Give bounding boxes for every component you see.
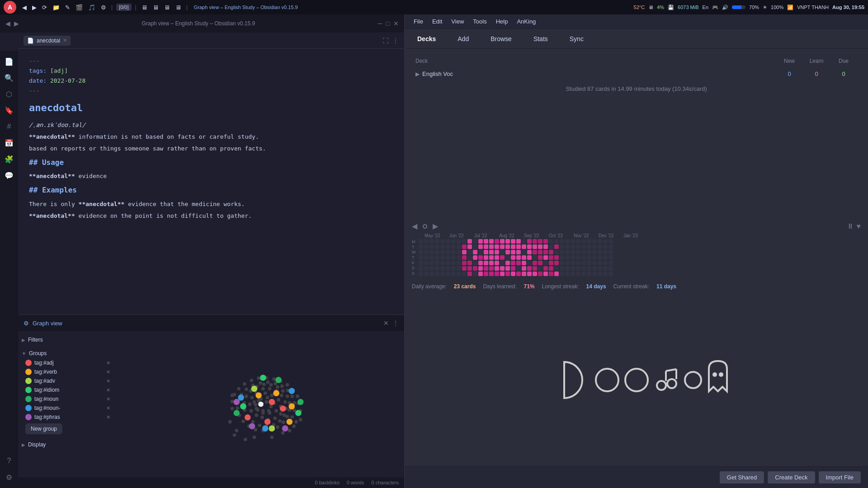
svg-point-84	[244, 438, 247, 441]
nav-back-icon[interactable]: ◀	[21, 4, 28, 11]
obs-chat-icon[interactable]: 💬	[2, 168, 16, 183]
graph-sidebar: ▶ Filters ▼ Groups	[18, 331, 118, 477]
obs-close-btn[interactable]: ✕	[393, 20, 399, 27]
import-file-button[interactable]: Import File	[819, 471, 861, 483]
heatmap-next-btn[interactable]: ▶	[433, 222, 438, 230]
group-remove-noun[interactable]: ✕	[106, 396, 110, 402]
frontmatter-open: ---	[29, 56, 393, 66]
anki-decks-btn[interactable]: Decks	[412, 33, 441, 45]
heatmap-heart-icon[interactable]: ♥	[857, 222, 861, 230]
svg-point-94	[286, 383, 289, 387]
graph-canvas[interactable]	[118, 331, 404, 477]
graph-group-adv: tag:#adv ✕	[22, 376, 114, 385]
graph-display-header[interactable]: ▶ Display	[22, 440, 114, 450]
obs-titlebar: ◀ ▶ Graph view – English Study – Obsidia…	[0, 14, 404, 33]
obs-calendar-icon[interactable]: 📅	[2, 136, 16, 150]
graph-filters-section: ▶ Filters	[22, 335, 114, 345]
svg-point-14	[273, 417, 277, 420]
group-color-adv	[25, 378, 32, 384]
obs-forward-btn[interactable]: ▶	[14, 20, 19, 27]
daily-avg-label: Daily average:	[412, 283, 447, 290]
create-deck-button[interactable]: Create Deck	[768, 471, 815, 483]
mem-label: 💾	[668, 5, 674, 10]
monitor4-icon: 🖥	[174, 4, 183, 11]
refresh-icon[interactable]: ⟳	[41, 4, 48, 11]
graph-more-btn[interactable]: ⋮	[392, 319, 399, 327]
deck-name-english-voc: ▶ English Voc	[415, 70, 776, 77]
monitor-icon: 🖥	[140, 4, 149, 11]
group-remove-phras[interactable]: ✕	[106, 414, 110, 420]
video-icon[interactable]: 🎬	[74, 4, 84, 11]
app-logo[interactable]: A	[4, 1, 16, 14]
edit-icon[interactable]: ✎	[64, 4, 71, 11]
anki-add-btn[interactable]: Add	[452, 33, 474, 45]
anki-browse-btn[interactable]: Browse	[485, 33, 517, 45]
get-shared-button[interactable]: Get Shared	[720, 471, 764, 483]
anki-menu-view[interactable]: View	[448, 16, 467, 27]
anki-menu-anking[interactable]: AnKing	[513, 16, 539, 27]
obs-graph-icon[interactable]: ⬡	[2, 87, 16, 101]
group-remove-verb[interactable]: ✕	[106, 369, 110, 375]
new-group-button[interactable]: New group	[25, 423, 62, 434]
svg-point-118	[275, 377, 282, 383]
anki-menu-file[interactable]: File	[410, 16, 427, 27]
svg-point-66	[290, 394, 294, 398]
obs-files-icon[interactable]: 📄	[2, 54, 16, 69]
heatmap-pause-icon[interactable]: ⏸	[847, 222, 854, 230]
graph-settings-icon[interactable]: ⚙	[24, 320, 29, 327]
svg-point-92	[296, 394, 299, 398]
obs-bookmark-icon[interactable]: 🔖	[2, 103, 16, 117]
anki-menu-tools[interactable]: Tools	[469, 16, 490, 27]
graph-view-title-area: ⚙ Graph view	[24, 320, 62, 327]
svg-point-99	[250, 379, 254, 382]
group-remove-noun2[interactable]: ✕	[106, 405, 110, 411]
obs-tag-icon[interactable]: #	[2, 119, 16, 134]
phonetic-text: /ˌæn.ɪkˈdoʊ.təl/	[29, 120, 393, 130]
obs-expand-icon[interactable]: ⛶	[382, 37, 389, 44]
deck-expand-icon: ▶	[415, 71, 420, 77]
anki-stats-row: Daily average: 23 cards Days learned: 71…	[405, 280, 868, 293]
obsidian-panel: ◀ ▶ Graph view – English Study – Obsidia…	[0, 14, 405, 488]
anki-menu-help[interactable]: Help	[492, 16, 512, 27]
svg-point-76	[254, 403, 257, 407]
obs-maximize-btn[interactable]: □	[386, 20, 390, 27]
graph-close-btn[interactable]: ✕	[383, 319, 389, 327]
settings-icon[interactable]: ⚙	[99, 4, 108, 11]
obs-more-icon[interactable]: ⋮	[392, 37, 399, 44]
anki-stats-btn[interactable]: Stats	[528, 33, 553, 45]
obs-editor-content[interactable]: --- tags: [adj] date: 2022-07-28 --- ane…	[18, 49, 404, 314]
obs-tab-close-btn[interactable]: ✕	[63, 38, 67, 43]
svg-point-26	[283, 400, 287, 404]
vol-pct: 70%	[749, 5, 759, 10]
obs-settings-bottom-icon[interactable]: ⚙	[2, 470, 16, 484]
obs-puzzle-icon[interactable]: 🧩	[2, 152, 16, 166]
anki-sync-btn[interactable]: Sync	[564, 33, 589, 45]
music-icon[interactable]: 🎵	[87, 4, 97, 11]
heatmap-prev-btn[interactable]: ◀	[412, 222, 417, 230]
obs-minimize-btn[interactable]: ─	[378, 20, 382, 27]
obs-help-icon[interactable]: ?	[2, 454, 16, 468]
svg-point-42	[276, 385, 279, 389]
discord-icon: 🎮	[712, 5, 718, 10]
graph-filters-header[interactable]: ▶ Filters	[22, 335, 114, 345]
svg-point-113	[251, 386, 258, 392]
volume-slider[interactable]	[732, 5, 745, 9]
folder-icon[interactable]: 📁	[51, 4, 61, 11]
group-remove-idiom[interactable]: ✕	[106, 387, 110, 393]
graph-display-section: ▶ Display	[22, 440, 114, 450]
vol-icon: 🔊	[722, 5, 728, 10]
group-remove-adv[interactable]: ✕	[106, 378, 110, 384]
groups-arrow-icon: ▼	[22, 351, 26, 356]
graph-groups-header[interactable]: ▼ Groups	[22, 348, 114, 358]
nav-forward-icon[interactable]: ▶	[31, 4, 38, 11]
svg-point-72	[269, 404, 273, 408]
heatmap-today-icon[interactable]	[423, 224, 427, 229]
anki-menu-edit[interactable]: Edit	[429, 16, 446, 27]
graph-group-phras: tag:#phras ✕	[22, 413, 114, 422]
obs-back-btn[interactable]: ◀	[5, 20, 10, 27]
obs-search-icon[interactable]: 🔍	[2, 70, 16, 85]
obs-tab-anecdotal[interactable]: 📄 anecdotal ✕	[24, 36, 71, 46]
group-remove-adj[interactable]: ✕	[106, 360, 110, 366]
svg-point-119	[234, 410, 240, 416]
deck-row-english-voc[interactable]: ▶ English Voc 0 0 0	[412, 68, 861, 80]
